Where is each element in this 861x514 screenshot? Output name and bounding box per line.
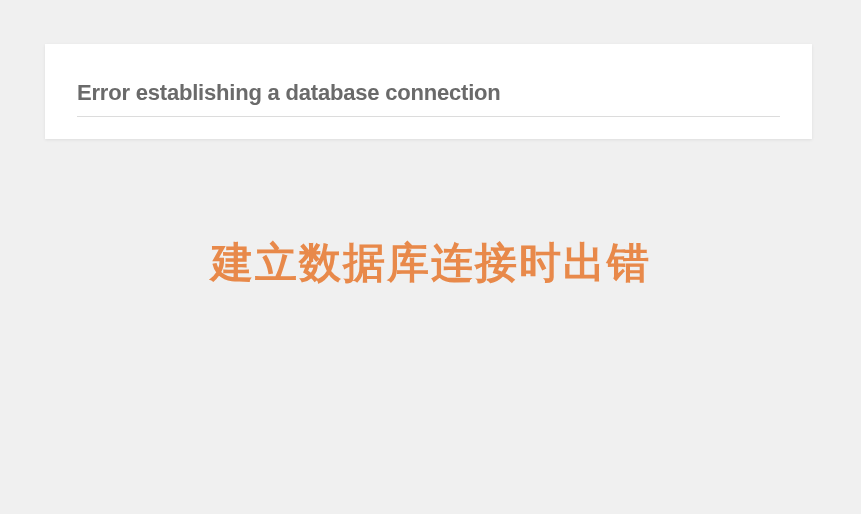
error-title-english: Error establishing a database connection — [77, 80, 780, 117]
error-card: Error establishing a database connection — [45, 44, 812, 139]
error-title-chinese: 建立数据库连接时出错 — [0, 235, 861, 291]
